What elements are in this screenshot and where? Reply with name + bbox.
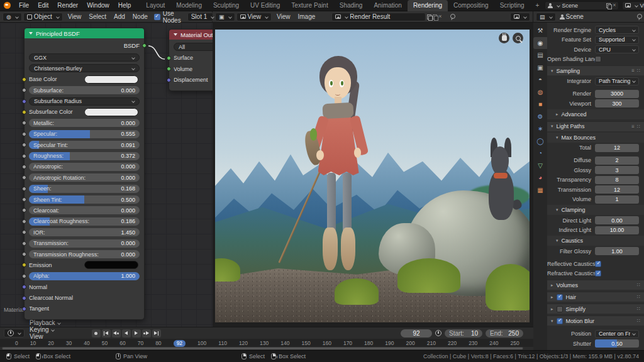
frame-tick[interactable]: 160	[323, 339, 331, 347]
shader-editor[interactable]: Material Principled BSDF BSDF	[0, 23, 213, 327]
frame-end-field[interactable]: End:250	[486, 329, 523, 337]
property-row[interactable]: Volume 1	[547, 195, 639, 204]
modifiers[interactable]: ⚙	[533, 111, 547, 123]
property-row[interactable]: Refractive Caustics	[547, 269, 639, 278]
node-input-socket[interactable]	[167, 56, 171, 60]
open-image-icon[interactable]	[433, 14, 437, 19]
timeline-scrollbar[interactable]	[2, 347, 523, 349]
property-row[interactable]: Simplify ≡∷	[547, 304, 644, 314]
node-header[interactable]: Material Output	[169, 30, 213, 40]
node-property-row[interactable]: Specular: 0.555	[29, 130, 140, 138]
node-input-socket[interactable]	[22, 165, 26, 169]
new-copy-icon[interactable]	[606, 3, 611, 8]
node-input-socket[interactable]	[22, 219, 26, 224]
property-row[interactable]: Volumes ≡∷	[547, 280, 644, 290]
property-row[interactable]: Advanced ≡∷	[547, 109, 644, 119]
frame-tick[interactable]: 40	[84, 339, 89, 347]
frame-tick[interactable]: 190	[385, 339, 394, 347]
scene-selector[interactable]: Scene ×	[545, 1, 619, 10]
use-nodes-toggle[interactable]: Use Nodes	[154, 10, 181, 24]
unlink-icon[interactable]: ×	[438, 14, 441, 19]
editor-type-selector[interactable]: ◍	[3, 13, 22, 21]
collapse-caret-icon[interactable]	[174, 33, 177, 36]
workspace-tab[interactable]: Scripting	[494, 0, 530, 11]
timeline-menu-item[interactable]: Playback	[26, 319, 64, 326]
material[interactable]: ◕	[533, 172, 547, 184]
frame-tick[interactable]: 10	[30, 339, 36, 347]
editor-type-selector[interactable]: ▣	[215, 13, 235, 21]
shader-menu-item[interactable]: View	[64, 13, 86, 20]
node-property-row[interactable]: Specular Tint: 0.091	[29, 141, 140, 149]
workspace-tab[interactable]: Animation	[368, 0, 407, 11]
frame-tick[interactable]: 50	[102, 339, 108, 347]
node-input-socket[interactable]	[22, 77, 26, 82]
collapse-caret-icon[interactable]	[29, 32, 33, 35]
node-property-row[interactable]: Anisotropic: 0.000	[29, 163, 140, 171]
image-editor[interactable]	[213, 23, 533, 327]
editor-type-selector[interactable]	[4, 329, 25, 337]
image-datablock-selector[interactable]: Render Result	[331, 13, 426, 21]
node-input-socket[interactable]	[22, 121, 26, 125]
property-row[interactable]: Total 12	[547, 143, 639, 152]
property-row[interactable]: Viewport 300	[547, 99, 639, 108]
bsdf-output-socket[interactable]	[142, 43, 147, 48]
property-row[interactable]: Light Paths ≡∷	[547, 121, 644, 131]
frame-tick[interactable]: 0	[15, 339, 18, 347]
property-row[interactable]: Glossy 3	[547, 166, 639, 175]
pin-icon[interactable]	[450, 14, 455, 20]
frame-tick[interactable]: 110	[218, 339, 227, 347]
tool[interactable]: ⚒	[533, 25, 547, 37]
property-row[interactable]: Diffuse 2	[547, 156, 639, 165]
frame-tick[interactable]: 20	[48, 339, 53, 347]
property-row[interactable]: Feature Set Supported	[547, 35, 639, 44]
node-property-row[interactable]: Base Color	[29, 75, 140, 84]
timeline-menu-item[interactable]: Keying	[26, 326, 64, 333]
section-checkbox[interactable]	[557, 306, 563, 312]
property-row[interactable]: Sampling ≡∷	[547, 65, 644, 75]
property-row[interactable]: Open Shading Language	[547, 55, 639, 63]
node-property-row[interactable]: Alpha: 1.000	[29, 272, 140, 280]
texture[interactable]: ▦	[533, 184, 547, 197]
node-input-socket[interactable]	[22, 187, 26, 191]
property-row[interactable]: Direct Light 0.00	[547, 216, 639, 225]
presets-menu-icon[interactable]: ≡	[631, 68, 635, 74]
color-swatch[interactable]	[84, 261, 138, 269]
menu-item[interactable]: File	[14, 2, 33, 9]
node-input-socket[interactable]	[22, 307, 26, 311]
workspace-tab[interactable]: Layout	[140, 0, 170, 11]
node-input-socket[interactable]	[22, 110, 26, 114]
node-input-socket[interactable]	[22, 252, 26, 256]
render[interactable]: ◉	[533, 37, 547, 50]
menu-item[interactable]: Help	[114, 2, 136, 9]
node-input-socket[interactable]	[22, 88, 26, 92]
shader-menu-item[interactable]: Select	[85, 13, 110, 20]
node-input-socket[interactable]	[22, 263, 26, 267]
node-input-socket[interactable]	[167, 78, 171, 82]
frame-tick[interactable]: 100	[197, 339, 206, 347]
node-property-row[interactable]: Transmission: 0.000	[29, 239, 140, 248]
blender-logo-icon[interactable]	[4, 2, 11, 9]
node-input-socket[interactable]	[22, 230, 26, 234]
next-keyframe-button[interactable]	[142, 329, 151, 337]
frame-tick[interactable]: 120	[239, 339, 248, 347]
workspace-tab[interactable]: +	[530, 0, 545, 11]
frame-tick[interactable]: 92	[174, 340, 186, 347]
workspace-tab[interactable]: Shading	[334, 0, 369, 11]
node-property-row[interactable]: Sheen: 0.168	[29, 185, 140, 193]
node-property-row[interactable]: IOR: 1.450	[29, 228, 140, 236]
frame-tick[interactable]: 210	[427, 339, 436, 347]
node-property-row[interactable]: Clearcoat Roughness: 0.186	[29, 217, 140, 226]
jump-to-start-button[interactable]	[102, 329, 111, 337]
frame-tick[interactable]: 70	[138, 339, 143, 347]
image-menu-item[interactable]: View	[273, 13, 294, 20]
node-property-row[interactable]: Subsurface Color	[29, 108, 140, 116]
object[interactable]: ■	[533, 98, 547, 111]
node-input-socket[interactable]	[22, 296, 26, 300]
node-input-socket[interactable]	[167, 67, 171, 71]
view-layer-selector[interactable]: View Layer ×	[622, 1, 644, 10]
workspace-tab[interactable]: UV Editing	[245, 0, 286, 11]
frame-tick[interactable]: 250	[511, 339, 519, 347]
frame-tick[interactable]: 130	[260, 339, 269, 347]
workspace-tab[interactable]: Rendering	[408, 0, 448, 11]
frame-start-field[interactable]: Start:10	[445, 329, 482, 337]
